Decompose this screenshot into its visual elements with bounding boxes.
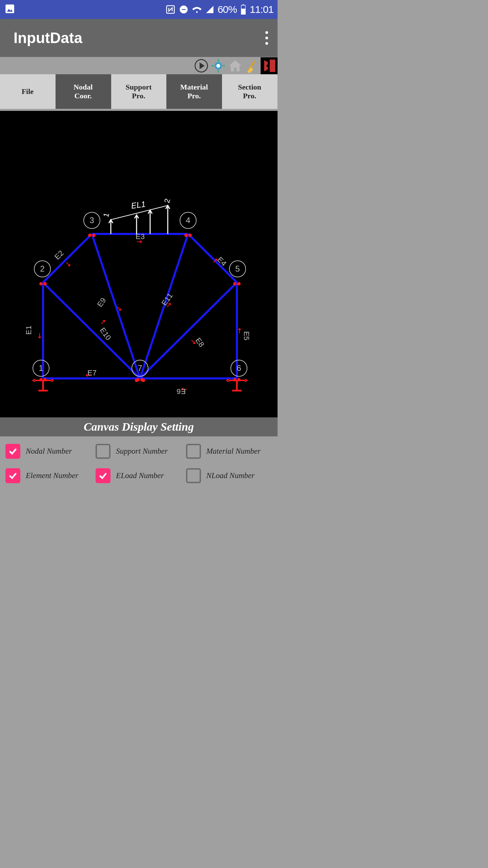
home-icon[interactable]: [227, 57, 244, 74]
svg-point-34: [88, 234, 92, 237]
broom-icon[interactable]: [244, 57, 261, 74]
tabs: File NodalCoor. SupportPro. MaterialPro.…: [0, 74, 278, 109]
action-toolbar: [0, 57, 278, 74]
tab-material-pro[interactable]: MaterialPro.: [166, 74, 222, 109]
dnd-icon: [179, 5, 188, 14]
svg-point-35: [92, 234, 96, 237]
svg-text:E5: E5: [242, 331, 251, 340]
svg-text:6: 6: [237, 363, 241, 373]
svg-rect-12: [218, 59, 219, 61]
svg-point-33: [43, 282, 47, 285]
tab-file[interactable]: File: [0, 74, 56, 109]
svg-rect-7: [241, 9, 246, 15]
battery-icon: [240, 4, 246, 15]
svg-text:1: 1: [39, 363, 43, 373]
svg-point-32: [39, 282, 43, 285]
checkbox-label: Support Number: [116, 447, 168, 456]
clock: 11:01: [250, 4, 273, 15]
nfc-icon: [165, 4, 176, 15]
svg-line-26: [140, 234, 188, 378]
svg-text:E4: E4: [216, 255, 228, 268]
svg-rect-0: [5, 4, 14, 13]
svg-point-70: [142, 379, 145, 382]
exit-icon[interactable]: [261, 57, 278, 74]
play-icon[interactable]: [193, 57, 210, 74]
svg-rect-15: [223, 65, 225, 66]
svg-point-37: [188, 234, 192, 237]
tab-nodal-coor[interactable]: NodalCoor.: [56, 74, 111, 109]
svg-text:7: 7: [138, 363, 142, 373]
truss-diagram: E1E2E3E4E5E6E7E8E9E10E11EL1121234567: [0, 111, 278, 417]
tab-section-pro-label: SectionPro.: [238, 83, 261, 100]
svg-line-20: [43, 234, 92, 282]
svg-line-29: [140, 282, 237, 378]
svg-line-28: [43, 282, 140, 378]
svg-text:1: 1: [102, 212, 111, 218]
tab-section-pro[interactable]: SectionPro.: [222, 74, 278, 109]
settings-grid: Nodal NumberSupport NumberMaterial Numbe…: [0, 436, 278, 491]
svg-text:2: 2: [163, 198, 172, 204]
checkbox-nodal-number[interactable]: Nodal Number: [3, 440, 94, 462]
battery-percentage: 60%: [218, 4, 237, 15]
svg-text:4: 4: [186, 216, 190, 225]
checkbox-eload-number[interactable]: ELoad Number: [94, 465, 184, 487]
svg-point-69: [135, 379, 138, 382]
checkbox-support-number[interactable]: Support Number: [94, 440, 184, 462]
svg-rect-13: [218, 70, 219, 72]
svg-marker-9: [200, 63, 204, 68]
checkbox-label: Nodal Number: [26, 447, 72, 456]
svg-text:E7: E7: [87, 369, 97, 377]
tab-file-label: File: [22, 87, 34, 96]
checkbox-label: Element Number: [26, 471, 78, 480]
svg-point-38: [233, 282, 237, 285]
checkbox-element-number[interactable]: Element Number: [3, 465, 94, 487]
checkbox-label: ELoad Number: [116, 471, 164, 480]
gear-icon[interactable]: [210, 57, 227, 74]
tab-nodal-coor-label: NodalCoor.: [74, 83, 93, 100]
svg-text:E2: E2: [53, 249, 65, 261]
svg-text:5: 5: [235, 264, 240, 273]
svg-line-22: [188, 234, 237, 282]
svg-text:E8: E8: [194, 336, 206, 349]
checkbox-material-number[interactable]: Material Number: [184, 440, 274, 462]
checkbox-label: NLoad Number: [206, 471, 255, 480]
svg-rect-17: [270, 59, 276, 72]
svg-text:E9: E9: [96, 296, 108, 308]
app-bar: InputData: [0, 19, 278, 57]
structure-canvas[interactable]: E1E2E3E4E5E6E7E8E9E10E11EL1121234567: [0, 111, 278, 417]
app-title: InputData: [14, 29, 82, 46]
svg-point-18: [267, 64, 269, 67]
checkbox-nload-number[interactable]: NLoad Number: [184, 465, 274, 487]
android-status-bar: 60% 11:01: [0, 0, 278, 19]
svg-text:E11: E11: [160, 291, 175, 307]
photo-icon: [4, 3, 16, 16]
wifi-icon: [192, 4, 202, 15]
svg-text:3: 3: [89, 216, 94, 225]
svg-point-11: [217, 64, 220, 67]
tab-support-pro[interactable]: SupportPro.: [111, 74, 167, 109]
svg-text:2: 2: [40, 264, 44, 273]
overflow-menu-icon[interactable]: [265, 31, 268, 45]
svg-rect-14: [211, 65, 214, 66]
svg-text:EL1: EL1: [130, 199, 146, 211]
svg-point-36: [184, 234, 188, 237]
svg-text:E1: E1: [24, 326, 33, 335]
checkbox-label: Material Number: [206, 447, 261, 456]
tab-support-pro-label: SupportPro.: [125, 83, 151, 100]
settings-header: Canvas Display Setting: [0, 417, 278, 436]
signal-icon: [205, 5, 214, 14]
tab-material-pro-label: MaterialPro.: [180, 83, 208, 100]
svg-text:E6: E6: [177, 387, 186, 396]
svg-rect-4: [182, 9, 186, 10]
svg-point-39: [237, 282, 241, 285]
